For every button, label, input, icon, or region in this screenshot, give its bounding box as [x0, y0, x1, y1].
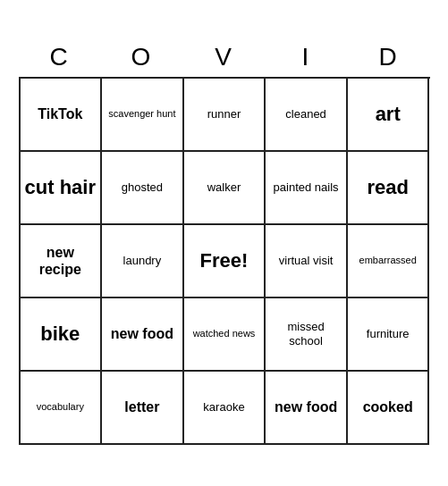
- bingo-cell: missed school: [266, 298, 348, 372]
- bingo-cell: letter: [102, 372, 184, 445]
- bingo-cell: new food: [102, 298, 184, 372]
- bingo-grid: TikTokscavenger huntrunnercleanedartcut …: [19, 77, 430, 445]
- bingo-cell: vocabulary: [21, 372, 103, 445]
- header-letter: V: [183, 41, 266, 73]
- bingo-cell: karaoke: [184, 372, 266, 445]
- bingo-cell: new recipe: [21, 225, 103, 298]
- header-letter: C: [19, 41, 101, 73]
- bingo-cell: scavenger hunt: [102, 79, 184, 152]
- bingo-cell: cut hair: [21, 152, 103, 225]
- bingo-cell: Free!: [184, 225, 266, 298]
- bingo-cell: cooked: [348, 372, 430, 445]
- bingo-cell: watched news: [184, 298, 266, 372]
- bingo-cell: art: [348, 79, 430, 152]
- bingo-cell: runner: [184, 79, 266, 152]
- bingo-cell: new food: [266, 372, 348, 445]
- bingo-cell: TikTok: [21, 79, 103, 152]
- bingo-cell: cleaned: [266, 79, 348, 152]
- bingo-cell: read: [348, 152, 430, 225]
- bingo-cell: virtual visit: [266, 225, 348, 298]
- bingo-cell: laundry: [102, 225, 184, 298]
- bingo-cell: embarrassed: [348, 225, 430, 298]
- bingo-cell: painted nails: [266, 152, 348, 225]
- bingo-cell: furniture: [348, 298, 430, 372]
- bingo-cell: walker: [184, 152, 266, 225]
- bingo-card: COVID TikTokscavenger huntrunnercleaneda…: [10, 32, 439, 454]
- header-letter: O: [101, 41, 183, 73]
- header-letter: I: [266, 41, 348, 73]
- bingo-header: COVID: [19, 41, 430, 73]
- bingo-cell: bike: [21, 298, 103, 372]
- bingo-cell: ghosted: [102, 152, 184, 225]
- header-letter: D: [348, 41, 430, 73]
